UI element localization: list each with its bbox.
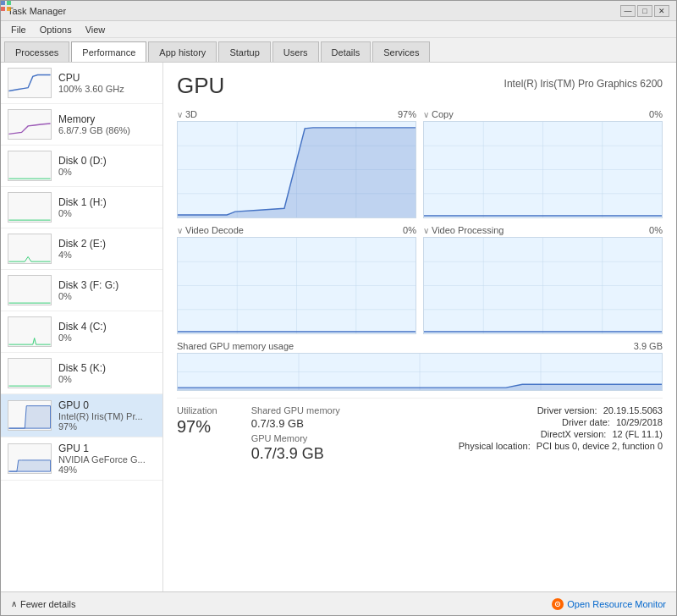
svg-rect-3 — [7, 7, 11, 11]
gpu-memory-label: GPU Memory — [251, 433, 340, 443]
tabs-bar: Processes Performance App history Startu… — [1, 38, 676, 63]
minimize-button[interactable]: — — [620, 5, 636, 17]
fewer-details-button[interactable]: ∧ Fewer details — [11, 599, 75, 609]
window-controls: — □ ✕ — [620, 5, 669, 17]
disk5-thumbnail — [8, 358, 52, 388]
gpu-subtitle: Intel(R) Iris(TM) Pro Graphics 6200 — [504, 78, 663, 90]
driver-info: Driver version: 20.19.15.5063 Driver dat… — [374, 405, 663, 465]
shared-gpu-value: 0.7/3.9 GB — [251, 417, 340, 430]
sidebar-item-memory[interactable]: Memory 6.8/7.9 GB (86%) — [1, 104, 162, 146]
utilization-value: 97% — [177, 417, 217, 437]
disk4-sub: 0% — [58, 333, 156, 343]
tab-startup[interactable]: Startup — [218, 41, 270, 62]
disk4-thumbnail — [8, 316, 52, 347]
graph-3d-pct: 97% — [398, 109, 416, 119]
disk0-label: Disk 0 (D:) — [58, 155, 156, 167]
svg-marker-5 — [8, 460, 50, 471]
stats-row: Utilization 97% Shared GPU memory 0.7/3.… — [177, 398, 663, 465]
utilization-label: Utilization — [177, 405, 217, 415]
graph-video-processing: ∨ Video Processing 0% — [423, 225, 663, 334]
chevron-3d-icon: ∨ — [177, 110, 183, 119]
shared-mem-graph — [177, 353, 663, 391]
sidebar-item-disk3[interactable]: Disk 3 (F: G:) 0% — [1, 270, 162, 311]
graphs-grid: ∨ 3D 97% — [177, 109, 663, 334]
sidebar-item-disk1[interactable]: Disk 1 (H:) 0% — [1, 187, 162, 228]
sidebar: CPU 100% 3.60 GHz Memory 6.8/7.9 GB (86%… — [1, 63, 163, 591]
graph-video-processing-label: Video Processing — [432, 225, 504, 235]
graph-video-decode: ∨ Video Decode 0% — [177, 225, 416, 334]
menu-bar: File Options View — [1, 21, 676, 38]
resource-monitor-icon: ⊙ — [552, 598, 564, 610]
physical-value: PCI bus 0, device 2, function 0 — [537, 441, 663, 451]
memory-sub: 6.8/7.9 GB (86%) — [58, 125, 156, 135]
gpu-title: GPU — [177, 73, 224, 99]
tab-app-history[interactable]: App history — [148, 41, 217, 62]
svg-rect-0 — [1, 1, 5, 5]
disk3-thumbnail — [8, 275, 52, 305]
sidebar-item-cpu[interactable]: CPU 100% 3.60 GHz — [1, 63, 162, 104]
disk5-label: Disk 5 (K:) — [58, 362, 156, 374]
disk5-sub: 0% — [58, 374, 156, 384]
resource-monitor-button[interactable]: ⊙ Open Resource Monitor — [552, 598, 666, 610]
gpu1-sub: NVIDIA GeForce G... — [58, 454, 156, 465]
cpu-label: CPU — [58, 72, 156, 84]
disk0-sub: 0% — [58, 167, 156, 177]
driver-version-value: 20.19.15.5063 — [603, 405, 663, 415]
svg-rect-1 — [7, 1, 11, 5]
tab-performance[interactable]: Performance — [71, 41, 146, 62]
sidebar-item-disk2[interactable]: Disk 2 (E:) 4% — [1, 228, 162, 270]
graph-3d-box — [177, 121, 416, 218]
stat-utilization: Utilization 97% — [177, 405, 217, 465]
chevron-video-decode-icon: ∨ — [177, 226, 183, 235]
gpu1-pct: 49% — [58, 465, 156, 475]
title-bar: Task Manager — □ ✕ — [1, 1, 676, 21]
sidebar-item-disk0[interactable]: Disk 0 (D:) 0% — [1, 146, 162, 187]
sidebar-item-gpu0[interactable]: GPU 0 Intel(R) Iris(TM) Pr... 97% — [1, 394, 162, 437]
chevron-copy-icon: ∨ — [423, 110, 429, 119]
menu-options[interactable]: Options — [33, 23, 79, 36]
gpu0-sub: Intel(R) Iris(TM) Pr... — [58, 411, 156, 421]
graph-copy-box — [423, 121, 663, 218]
disk3-sub: 0% — [58, 291, 156, 301]
graph-copy: ∨ Copy 0% — [423, 109, 663, 218]
tab-users[interactable]: Users — [272, 41, 319, 62]
gpu1-label: GPU 1 — [58, 443, 156, 454]
maximize-button[interactable]: □ — [637, 5, 652, 17]
tab-processes[interactable]: Processes — [4, 41, 69, 62]
graph-video-decode-label: Video Decode — [185, 225, 244, 235]
svg-marker-4 — [8, 406, 50, 428]
shared-gpu-label: Shared GPU memory — [251, 405, 340, 415]
gpu0-thumbnail — [8, 400, 52, 431]
tab-details[interactable]: Details — [321, 41, 372, 62]
sidebar-item-disk4[interactable]: Disk 4 (C:) 0% — [1, 311, 162, 353]
svg-rect-2 — [1, 7, 5, 11]
graph-video-decode-box — [177, 237, 416, 334]
directx-value: 12 (FL 11.1) — [612, 429, 663, 439]
footer: ∧ Fewer details ⊙ Open Resource Monitor — [1, 591, 676, 615]
gpu1-thumbnail — [8, 443, 52, 474]
shared-mem-label: Shared GPU memory usage — [177, 341, 294, 351]
menu-view[interactable]: View — [79, 23, 113, 36]
close-button[interactable]: ✕ — [654, 5, 669, 17]
disk2-thumbnail — [8, 234, 52, 264]
physical-label: Physical location: — [459, 441, 531, 451]
disk4-label: Disk 4 (C:) — [58, 321, 156, 333]
driver-version-label: Driver version: — [537, 405, 597, 415]
chevron-video-processing-icon: ∨ — [423, 226, 429, 235]
disk1-label: Disk 1 (H:) — [58, 196, 156, 208]
graph-copy-pct: 0% — [649, 109, 663, 119]
graph-3d: ∨ 3D 97% — [177, 109, 416, 218]
disk0-thumbnail — [8, 151, 52, 181]
sidebar-item-gpu1[interactable]: GPU 1 NVIDIA GeForce G... 49% — [1, 437, 162, 481]
menu-file[interactable]: File — [4, 23, 33, 36]
graph-video-processing-box — [423, 237, 663, 334]
tab-services[interactable]: Services — [372, 41, 430, 62]
shared-mem-value: 3.9 GB — [634, 341, 663, 351]
gpu0-pct: 97% — [58, 421, 156, 432]
directx-label: DirectX version: — [541, 429, 607, 439]
graph-video-processing-pct: 0% — [649, 225, 663, 235]
memory-label: Memory — [58, 113, 156, 125]
content-area: CPU 100% 3.60 GHz Memory 6.8/7.9 GB (86%… — [1, 63, 676, 591]
sidebar-item-disk5[interactable]: Disk 5 (K:) 0% — [1, 353, 162, 394]
main-header: GPU Intel(R) Iris(TM) Pro Graphics 6200 — [177, 73, 663, 99]
